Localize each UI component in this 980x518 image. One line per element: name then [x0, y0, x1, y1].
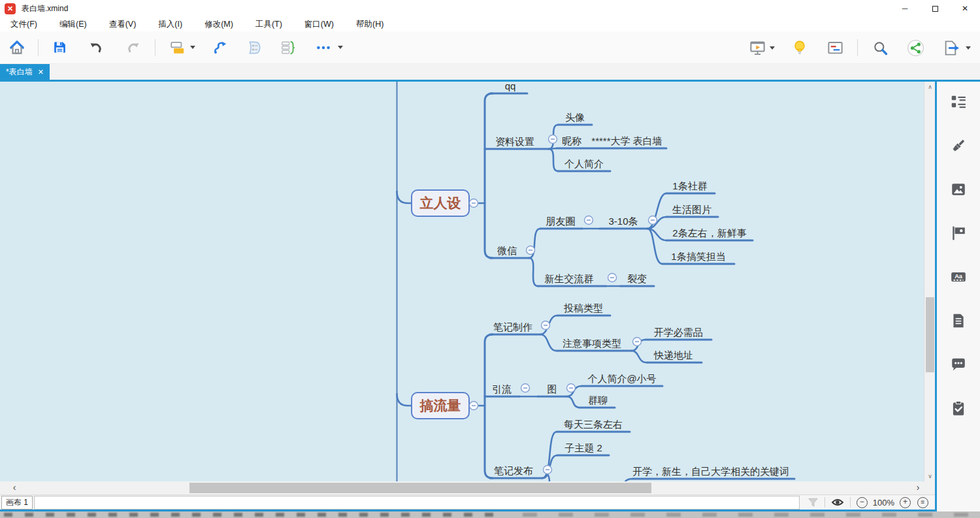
node-zhuyishixiang[interactable]: 注意事项类型 — [557, 338, 631, 351]
background-content — [4, 513, 500, 517]
vertical-scrollbar[interactable]: ∧ ∨ — [924, 82, 935, 481]
topic-shape-caret-icon[interactable] — [190, 46, 195, 49]
sheet-tab-strip[interactable] — [34, 496, 800, 510]
format-panel-button[interactable] — [950, 137, 968, 154]
zoom-menu-button[interactable]: ≡ — [917, 497, 928, 508]
presentation-button[interactable] — [748, 39, 766, 57]
zoom-out-button[interactable]: − — [857, 497, 868, 508]
presentation-caret-icon[interactable] — [770, 46, 775, 50]
menu-window[interactable]: 窗口(W) — [298, 18, 340, 31]
collapse-toggle-xinsheng[interactable] — [608, 274, 617, 282]
branch-connector — [485, 93, 493, 258]
sheet-tab-canvas1[interactable]: 画布 1 — [1, 496, 33, 510]
node-ziliaoshezhi[interactable]: 资料设置 — [485, 136, 549, 149]
share-button[interactable] — [906, 39, 924, 57]
node-zizhuti2[interactable]: 子主题 2 — [557, 442, 609, 455]
horizontal-scrollbar[interactable]: ‹ › — [0, 481, 935, 494]
collapse-toggle-weixin[interactable] — [527, 246, 535, 255]
tab-biaobaiqiang[interactable]: *表白墙 ✕ — [0, 64, 50, 80]
collapse-toggle-lirenshe[interactable] — [470, 199, 478, 208]
node-meitiansantiao[interactable]: 每天三条左右 — [557, 419, 630, 432]
scroll-right-icon[interactable]: › — [911, 481, 924, 494]
collapse-toggle-3-10tiao[interactable] — [649, 216, 657, 225]
collapse-toggle-gaoliuliang[interactable] — [470, 402, 478, 410]
boundary-button[interactable] — [245, 39, 263, 57]
node-liebian[interactable]: 裂变 — [621, 273, 654, 286]
markers-panel-button[interactable] — [950, 224, 968, 242]
node-weixin[interactable]: 微信 — [490, 245, 529, 258]
more-tools-button[interactable] — [314, 39, 333, 57]
export-caret-icon[interactable] — [966, 46, 971, 50]
node-xiaohao[interactable]: 个人简介@小号 — [581, 373, 662, 386]
maximize-button[interactable] — [920, 0, 950, 17]
horizontal-scroll-thumb[interactable] — [189, 483, 651, 493]
collapse-toggle-pengyouquan[interactable] — [585, 216, 593, 225]
search-button[interactable] — [871, 39, 889, 57]
node-nicheng[interactable]: 昵称 *****大学 表白墙 — [557, 135, 666, 148]
topic-shape-button[interactable] — [169, 39, 187, 57]
node-qunliao[interactable]: 群聊 — [580, 395, 615, 408]
node-yinliu[interactable]: 引流 — [485, 383, 519, 397]
collapse-toggle-zhuyi[interactable] — [633, 338, 642, 346]
menu-edit[interactable]: 编辑(E) — [53, 18, 93, 31]
menu-view[interactable]: 查看(V) — [103, 18, 143, 31]
node-1tiaogaoxiao[interactable]: 1条搞笑担当 — [662, 251, 734, 264]
menu-help[interactable]: 帮助(H) — [350, 18, 390, 31]
collapse-toggle-tu[interactable] — [567, 384, 576, 393]
minimize-button[interactable]: ─ — [890, 0, 920, 17]
menu-file[interactable]: 文件(F) — [4, 18, 44, 31]
eye-icon[interactable] — [831, 498, 844, 507]
node-guanjianci[interactable]: 开学，新生，自己大学相关的关键词 — [632, 466, 794, 479]
more-tools-caret-icon[interactable] — [338, 46, 343, 49]
outline-panel-button[interactable] — [950, 93, 968, 110]
zoom-in-button[interactable]: + — [900, 497, 911, 508]
labels-panel-button[interactable]: Aa — [950, 268, 968, 285]
home-button[interactable] — [8, 39, 26, 57]
idea-button[interactable] — [791, 39, 809, 57]
scroll-left-icon[interactable]: ‹ — [8, 481, 21, 494]
filter-icon[interactable] — [808, 497, 819, 508]
notes-panel-button[interactable] — [950, 312, 968, 329]
close-button[interactable]: ✕ — [950, 0, 980, 17]
node-bijizhizuo[interactable]: 笔记制作 — [490, 321, 540, 334]
node-tougaoleixing[interactable]: 投稿类型 — [557, 302, 610, 316]
collapse-toggle-ziliao[interactable] — [549, 135, 557, 144]
menu-insert[interactable]: 插入(I) — [152, 18, 189, 31]
undo-button[interactable] — [87, 39, 105, 57]
export-button[interactable] — [941, 39, 960, 57]
collapse-toggle-bijifabu[interactable] — [544, 466, 552, 474]
summary-button[interactable] — [279, 39, 297, 57]
node-gerenjianjie[interactable]: 个人简介 — [558, 158, 610, 171]
node-shenghuotupian[interactable]: 生活图片 — [666, 204, 718, 217]
scroll-up-icon[interactable]: ∧ — [924, 82, 935, 92]
node-bijifabu[interactable]: 笔记发布 — [490, 465, 542, 478]
slide-button[interactable] — [826, 39, 844, 57]
node-kaixuebixupin[interactable]: 开学必需品 — [645, 327, 711, 340]
menu-modify[interactable]: 修改(M) — [198, 18, 240, 31]
node-xinshengjiaoliuqun[interactable]: 新生交流群 — [538, 273, 606, 286]
comments-panel-button[interactable] — [950, 355, 968, 373]
node-2tiaozuoyou[interactable]: 2条左右，新鲜事 — [666, 227, 753, 240]
node-tu[interactable]: 图 — [538, 383, 566, 397]
stickers-panel-button[interactable] — [950, 180, 968, 198]
node-3-10tiao[interactable]: 3-10条 — [600, 216, 647, 229]
relationship-button[interactable] — [211, 39, 229, 57]
node-qq[interactable]: qq — [490, 82, 527, 93]
node-pengyouquan[interactable]: 朋友圈 — [540, 216, 582, 229]
node-lirenshe[interactable]: 立人设 — [412, 190, 469, 216]
tab-close-icon[interactable]: ✕ — [38, 68, 44, 76]
mindmap-canvas[interactable]: 立人设 搞流量 qq 资料设置 — [0, 82, 935, 481]
node-1tiaoshequn[interactable]: 1条社群 — [666, 180, 715, 193]
collapse-toggle-yinliu[interactable] — [521, 384, 530, 393]
menu-tools[interactable]: 工具(T) — [249, 18, 289, 31]
vertical-scroll-thumb[interactable] — [926, 297, 934, 372]
node-gaoliuliang[interactable]: 搞流量 — [412, 393, 469, 419]
node-kuaididizhi[interactable]: 快递地址 — [647, 349, 702, 363]
redo-button[interactable] — [123, 39, 142, 57]
tasks-panel-button[interactable] — [950, 399, 968, 417]
node-touxiang[interactable]: 头像 — [558, 112, 592, 125]
collapse-toggle-bijizhizuo[interactable] — [542, 321, 550, 330]
scroll-down-icon[interactable]: ∨ — [924, 471, 935, 481]
save-button[interactable] — [50, 39, 69, 57]
background-content — [523, 513, 973, 517]
